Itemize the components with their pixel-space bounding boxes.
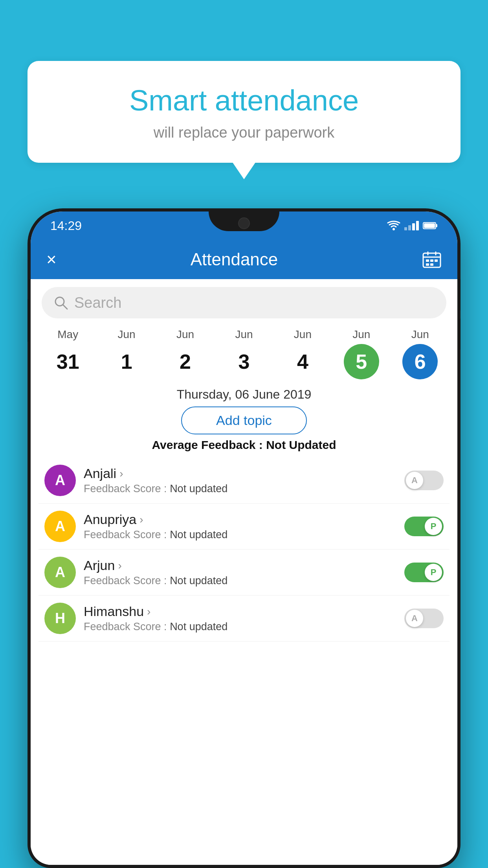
student-list: AAnjali ›Feedback Score : Not updatedAAA… xyxy=(31,458,457,642)
student-feedback-2: Feedback Score : Not updated xyxy=(84,575,396,587)
cal-month-4: Jun xyxy=(294,328,312,341)
phone-notch xyxy=(209,211,279,231)
student-avatar-3: H xyxy=(44,603,76,634)
bubble-subtitle: will replace your paperwork xyxy=(59,124,429,141)
student-item-0[interactable]: AAnjali ›Feedback Score : Not updatedA xyxy=(39,458,449,504)
calendar-icon[interactable] xyxy=(422,251,442,268)
student-feedback-0: Feedback Score : Not updated xyxy=(84,483,396,495)
svg-point-0 xyxy=(393,228,395,230)
cal-date-4: 4 xyxy=(285,344,320,379)
student-name-2: Arjun › xyxy=(84,558,396,573)
volume-up-button xyxy=(460,279,460,311)
svg-rect-3 xyxy=(424,223,435,228)
calendar-day-6[interactable]: Jun6 xyxy=(402,328,438,379)
student-avatar-0: A xyxy=(44,465,76,496)
cal-month-3: Jun xyxy=(235,328,253,341)
student-avatar-2: A xyxy=(44,557,76,588)
calendar-day-2[interactable]: Jun2 xyxy=(168,328,203,379)
attendance-toggle-3[interactable]: A xyxy=(404,609,444,628)
calendar-day-4[interactable]: Jun4 xyxy=(285,328,320,379)
toggle-knob-2: P xyxy=(425,564,442,581)
student-feedback-1: Feedback Score : Not updated xyxy=(84,529,396,541)
cal-date-0: 31 xyxy=(50,344,86,379)
svg-rect-12 xyxy=(430,263,433,266)
toggle-wrap-1[interactable]: P xyxy=(404,517,444,536)
toggle-knob-0: A xyxy=(406,472,423,489)
calendar-strip: May31Jun1Jun2Jun3Jun4Jun5Jun6 xyxy=(31,322,457,381)
cal-date-5: 5 xyxy=(344,344,379,379)
toggle-wrap-0[interactable]: A xyxy=(404,471,444,490)
bubble-title: Smart attendance xyxy=(59,85,429,116)
student-feedback-3: Feedback Score : Not updated xyxy=(84,621,396,633)
add-topic-button[interactable]: Add topic xyxy=(181,406,307,434)
close-button[interactable]: × xyxy=(46,250,70,269)
calendar-day-0[interactable]: May31 xyxy=(50,328,86,379)
power-button xyxy=(28,299,28,342)
status-time: 14:29 xyxy=(50,219,82,233)
front-camera xyxy=(238,217,250,229)
status-icons xyxy=(387,220,438,231)
cal-date-1: 1 xyxy=(109,344,144,379)
attendance-toggle-1[interactable]: P xyxy=(404,517,444,536)
svg-rect-2 xyxy=(436,224,437,227)
cal-date-2: 2 xyxy=(168,344,203,379)
student-item-3[interactable]: HHimanshu ›Feedback Score : Not updatedA xyxy=(39,596,449,642)
speech-bubble: Smart attendance will replace your paper… xyxy=(28,61,460,163)
calendar-day-1[interactable]: Jun1 xyxy=(109,328,144,379)
cal-month-2: Jun xyxy=(176,328,194,341)
search-bar[interactable]: Search xyxy=(42,287,446,318)
phone-frame: 14:29 xyxy=(28,208,460,868)
attendance-toggle-2[interactable]: P xyxy=(404,563,444,582)
student-item-1[interactable]: AAnupriya ›Feedback Score : Not updatedP xyxy=(39,504,449,550)
signal-icon xyxy=(404,221,419,230)
avg-feedback-label: Average Feedback : xyxy=(152,438,266,451)
phone-screen: 14:29 xyxy=(31,211,457,865)
student-name-1: Anupriya › xyxy=(84,512,396,527)
avg-feedback: Average Feedback : Not Updated xyxy=(31,438,457,452)
toggle-knob-1: P xyxy=(425,518,442,535)
student-name-3: Himanshu › xyxy=(84,604,396,619)
header-title: Attendance xyxy=(70,250,398,269)
cal-month-6: Jun xyxy=(411,328,429,341)
toggle-wrap-3[interactable]: A xyxy=(404,609,444,628)
app-header: × Attendance xyxy=(31,240,457,279)
student-name-0: Anjali › xyxy=(84,466,396,481)
app-content: Search May31Jun1Jun2Jun3Jun4Jun5Jun6 Thu… xyxy=(31,279,457,865)
wifi-icon xyxy=(387,220,400,231)
student-item-2[interactable]: AArjun ›Feedback Score : Not updatedP xyxy=(39,550,449,596)
toggle-knob-3: A xyxy=(406,610,423,627)
svg-rect-10 xyxy=(435,259,438,262)
search-icon xyxy=(53,295,68,310)
svg-rect-11 xyxy=(426,263,429,266)
cal-month-0: May xyxy=(57,328,78,341)
selected-date-label: Thursday, 06 June 2019 xyxy=(177,387,312,401)
cal-date-3: 3 xyxy=(226,344,262,379)
toggle-wrap-2[interactable]: P xyxy=(404,563,444,582)
cal-month-1: Jun xyxy=(118,328,136,341)
battery-icon xyxy=(423,221,438,230)
search-input[interactable]: Search xyxy=(74,294,435,311)
avg-feedback-value: Not Updated xyxy=(266,438,336,451)
svg-line-14 xyxy=(63,305,67,309)
svg-rect-9 xyxy=(430,259,433,262)
calendar-day-3[interactable]: Jun3 xyxy=(226,328,262,379)
svg-rect-8 xyxy=(426,259,429,262)
speech-bubble-container: Smart attendance will replace your paper… xyxy=(28,61,460,163)
calendar-day-5[interactable]: Jun5 xyxy=(344,328,379,379)
cal-date-6: 6 xyxy=(402,344,438,379)
cal-month-5: Jun xyxy=(352,328,370,341)
attendance-toggle-0[interactable]: A xyxy=(404,471,444,490)
date-info: Thursday, 06 June 2019 xyxy=(31,387,457,402)
volume-down-button xyxy=(460,318,460,350)
student-avatar-1: A xyxy=(44,511,76,542)
